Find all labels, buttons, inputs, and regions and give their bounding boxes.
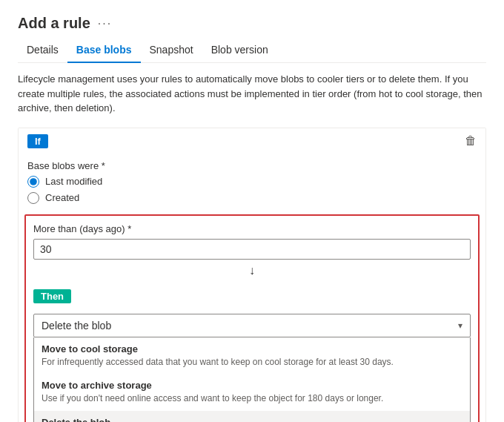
tab-blob-version[interactable]: Blob version <box>202 38 277 63</box>
if-badge: If <box>27 134 48 148</box>
dropdown-select[interactable]: Delete the blob ▾ <box>33 314 471 337</box>
base-blobs-label: Base blobs were * <box>27 160 477 171</box>
days-field-label: More than (days ago) * <box>33 223 471 234</box>
radio-created[interactable]: Created <box>27 192 477 204</box>
radio-group: Last modified Created <box>27 176 477 204</box>
tab-details[interactable]: Details <box>18 38 67 63</box>
then-badge: Then <box>33 289 71 303</box>
dropdown-item-archive-desc: Use if you don't need online access and … <box>42 392 462 405</box>
dropdown-item-delete[interactable]: Delete the blob Deletes the object per t… <box>34 411 470 422</box>
description-text: Lifecycle management uses your rules to … <box>18 72 486 116</box>
dropdown-item-cool[interactable]: Move to cool storage For infrequently ac… <box>34 337 470 375</box>
page-header: Add a rule ··· <box>18 15 486 32</box>
dropdown-item-archive-title: Move to archive storage <box>42 380 462 391</box>
highlighted-section: More than (days ago) * ↓ Then Delete the… <box>24 214 480 423</box>
radio-last-modified-label: Last modified <box>45 176 102 187</box>
chevron-down-icon: ▾ <box>458 320 462 331</box>
if-section-header: If 🗑 <box>19 128 485 154</box>
radio-last-modified-input[interactable] <box>27 176 39 188</box>
more-options-icon[interactable]: ··· <box>98 17 112 30</box>
dropdown-menu: Move to cool storage For infrequently ac… <box>33 337 471 423</box>
trash-icon[interactable]: 🗑 <box>465 134 477 148</box>
radio-created-input[interactable] <box>27 192 39 204</box>
arrow-down: ↓ <box>33 260 471 282</box>
if-section-body: Base blobs were * Last modified Created … <box>19 154 485 423</box>
dropdown-item-delete-title: Delete the blob <box>42 417 462 422</box>
dropdown-item-cool-desc: For infrequently accessed data that you … <box>42 356 462 369</box>
then-section-inner: Then Delete the blob ▾ Move to cool stor… <box>33 285 471 423</box>
if-section: If 🗑 Base blobs were * Last modified Cre… <box>18 128 486 423</box>
page-title: Add a rule <box>18 15 90 32</box>
tab-base-blobs[interactable]: Base blobs <box>67 38 141 63</box>
dropdown-selected-text: Delete the blob <box>42 320 111 332</box>
tab-snapshot[interactable]: Snapshot <box>141 38 202 63</box>
radio-created-label: Created <box>45 192 79 203</box>
dropdown-item-archive[interactable]: Move to archive storage Use if you don't… <box>34 374 470 411</box>
days-input[interactable] <box>33 239 471 260</box>
then-header: Then <box>33 285 471 308</box>
radio-last-modified[interactable]: Last modified <box>27 176 477 188</box>
dropdown-item-cool-title: Move to cool storage <box>42 343 462 355</box>
tab-bar: Details Base blobs Snapshot Blob version <box>18 38 486 63</box>
